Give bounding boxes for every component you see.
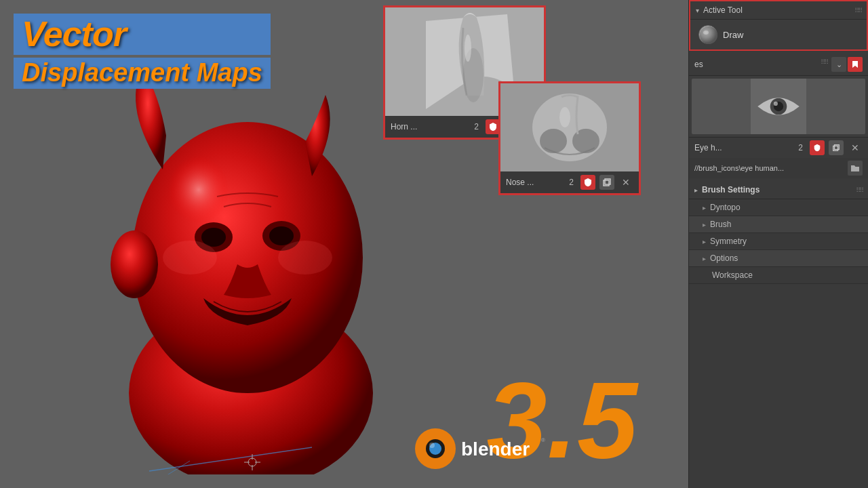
svg-point-41 [774,102,778,106]
nose-brush-popup[interactable]: Nose ... 2 ✕ [498,81,641,195]
eye-thumbnail[interactable] [692,79,865,134]
svg-rect-35 [605,179,610,184]
symmetry-item[interactable]: ▸ Symmetry [689,233,868,250]
svg-point-9 [163,241,217,274]
nose-thumbnail [500,83,639,171]
viewport-crosshair [244,454,260,470]
nose-brush-name: Nose ... [506,178,565,187]
brush-list-down-btn[interactable]: ⌄ [831,57,846,72]
eye-brush-name: Eye h... [694,143,794,152]
brush-settings-collapse[interactable]: ▸ [694,186,698,194]
eye-brush-row[interactable]: Eye h... 2 ✕ [689,137,868,158]
brush-list-header: es ⠿⠿ ⌄ [689,54,868,76]
active-tool-header-left: ▾ Active Tool [696,5,743,15]
draw-tool-name: Draw [723,30,743,40]
svg-point-21 [429,443,435,448]
workspace-label: Workspace [703,270,753,280]
nose-close-button[interactable]: ✕ [618,175,633,190]
brush-arrow: ▸ [703,221,706,228]
brush-panel-controls: ⠿⠿ ⌄ [818,57,863,72]
dyntopo-item[interactable]: ▸ Dyntopo [689,199,868,216]
dyntopo-arrow: ▸ [703,204,706,211]
horn-brush-name: Horn ... [391,122,470,131]
active-tool-collapse[interactable]: ▾ [696,7,699,14]
title-displacement: Displacement Maps [14,58,271,89]
eye-shield-button[interactable] [810,140,825,155]
options-label: Options [710,253,738,263]
nose-brush-num: 2 [569,178,574,187]
title-overlay: Vector Displacement Maps [14,14,271,89]
brush-settings-label: Brush Settings [702,185,760,195]
filepath-row: //brush_icons\eye human... [689,158,868,178]
brush-list-section: es ⠿⠿ ⌄ [689,54,868,178]
brush-label: Brush [710,220,731,229]
active-tool-grip: ⠿⠿ [854,7,861,14]
brush-thumbnails-row [689,76,868,137]
brush-list-grip: ⠿⠿ [818,57,830,72]
svg-text:®: ® [541,437,545,443]
brush-list-bookmark-btn[interactable] [848,57,863,72]
svg-point-10 [278,241,332,274]
horn-brush-num: 2 [474,122,479,131]
blender-logo-svg: blender ® [414,427,549,471]
active-tool-header: ▾ Active Tool ⠿⠿ [690,1,867,20]
title-vector: Vector [14,14,271,55]
tool-draw-row[interactable]: Draw [690,20,867,49]
eye-copy-button[interactable] [829,140,844,155]
svg-point-33 [559,107,570,127]
active-tool-label: Active Tool [703,5,743,15]
brush-item[interactable]: ▸ Brush [689,216,868,233]
brush-settings-grip: ⠿⠿ [856,186,863,194]
svg-point-36 [700,26,717,44]
svg-rect-42 [833,146,838,150]
nose-shield-button[interactable] [580,175,595,190]
brush-settings-header: ▸ Brush Settings ⠿⠿ [689,181,868,199]
nose-copy-button[interactable] [599,175,614,190]
nose-brush-preview [500,83,639,171]
eye-close-button[interactable]: ✕ [848,140,863,155]
svg-point-4 [111,230,158,298]
blender-logo: blender ® [414,427,549,471]
nose-brush-footer: Nose ... 2 ✕ [500,171,639,193]
options-item[interactable]: ▸ Options [689,250,868,267]
brush-settings-section: ▸ Brush Settings ⠿⠿ ▸ Dyntopo ▸ Brush ▸ … [689,181,868,284]
eye-brush-num: 2 [798,143,803,152]
workspace-item[interactable]: Workspace [689,267,868,284]
symmetry-arrow: ▸ [703,238,706,245]
right-panel: ▾ Active Tool ⠿⠿ [688,0,868,488]
svg-text:blender: blender [461,439,530,460]
dyntopo-label: Dyntopo [710,203,741,212]
draw-tool-icon [698,25,717,44]
svg-point-37 [703,30,709,35]
active-tool-section: ▾ Active Tool ⠿⠿ [689,0,868,51]
svg-point-26 [465,35,471,62]
symmetry-label: Symmetry [710,237,747,246]
options-arrow: ▸ [703,255,706,262]
brush-list-title: es [694,60,703,69]
svg-point-8 [269,226,294,245]
svg-rect-43 [834,145,839,150]
filepath-folder-button[interactable] [848,161,863,176]
filepath-text: //brush_icons\eye human... [694,164,845,172]
